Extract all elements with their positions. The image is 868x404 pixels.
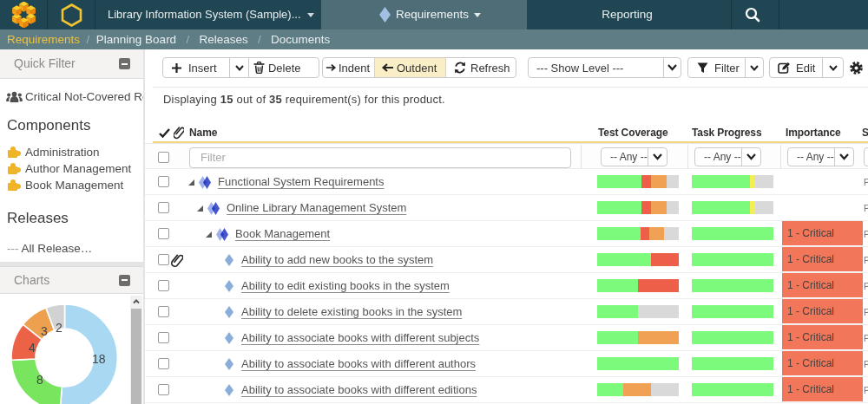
- svg-text:18: 18: [92, 352, 106, 366]
- svg-text:4: 4: [29, 341, 36, 355]
- svg-text:3: 3: [41, 324, 48, 338]
- svg-text:8: 8: [36, 373, 43, 387]
- svg-text:2: 2: [56, 321, 62, 335]
